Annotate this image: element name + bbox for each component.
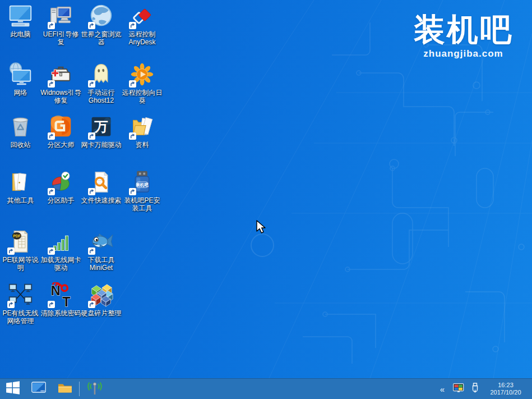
miniget-downloader-icon	[89, 229, 114, 254]
pe-network-manager-icon	[8, 282, 33, 308]
icon-label: 分区助手	[40, 196, 81, 204]
brand-subtitle: zhuangjiba.com	[414, 48, 513, 59]
desktop-icon-miniget[interactable]: 下载工具MiniGet	[81, 229, 122, 272]
icon-label: UEFI引导修复	[40, 30, 81, 46]
shortcut-arrow-icon	[88, 22, 95, 29]
desktop-icon-zhuangjiba-pe-installer[interactable]: 装机吧 装机吧PE安装工具	[122, 169, 163, 212]
shortcut-arrow-icon	[48, 80, 55, 88]
shortcut-arrow-icon	[129, 188, 136, 195]
desktop-icon-pe-network-manager[interactable]: PE有线无线网络管理	[0, 282, 41, 325]
partition-assistant-icon	[48, 169, 73, 195]
start-button[interactable]	[0, 379, 26, 399]
clock-date: 2017/10/20	[487, 389, 524, 396]
icon-label: 加载无线网卡驱动	[40, 256, 81, 272]
antenna-icon	[86, 380, 103, 397]
shortcut-arrow-icon	[88, 247, 95, 255]
network-icon	[8, 62, 33, 87]
documents-folder-icon	[129, 114, 155, 139]
desktop-icon-recycle-bin[interactable]: 回收站	[0, 114, 41, 149]
desktop-icon-disk-defrag[interactable]: 硬盘碎片整理	[81, 282, 122, 317]
shortcut-arrow-icon	[88, 301, 95, 308]
icon-label: 资料	[122, 141, 163, 149]
icon-label: 此电脑	[0, 30, 41, 38]
display-icon	[31, 382, 47, 396]
shortcut-arrow-icon	[48, 247, 55, 255]
mouse-cursor	[256, 220, 269, 235]
icon-label: 下载工具MiniGet	[81, 256, 122, 272]
svg-text:万: 万	[94, 119, 108, 134]
system-tray: « 16:23 201	[435, 379, 532, 399]
brand-logo: 装机吧 zhuangjiba.com	[414, 12, 513, 59]
icon-label: 装机吧PE安装工具	[122, 196, 163, 212]
icon-label: 硬盘碎片整理	[81, 309, 122, 317]
windows-logo-icon	[6, 380, 20, 397]
sunflower-remote-icon	[129, 62, 155, 87]
taskbar-left	[0, 379, 109, 399]
shortcut-arrow-icon	[48, 188, 55, 195]
shortcut-arrow-icon	[48, 22, 55, 29]
desktop-icon-uefi-boot-repair[interactable]: UEFI引导修复	[40, 3, 81, 46]
desktop-icon-ghost12[interactable]: 手动运行Ghost12	[81, 62, 122, 104]
icon-label: Widnows引导修复	[40, 89, 81, 104]
icon-label: 其他工具	[0, 196, 41, 204]
desktop-icon-clear-system-password[interactable]: N T 清除系统密码	[40, 282, 81, 317]
svg-text:装机吧: 装机吧	[135, 182, 149, 187]
desktop-icon-nic-universal-driver[interactable]: 万 网卡万能驱动	[81, 114, 122, 149]
desktop-icon-sunflower-remote[interactable]: 远程控制向日葵	[122, 62, 163, 104]
icon-label: 分区大师	[40, 141, 81, 149]
display-tool-button[interactable]	[26, 379, 52, 399]
anydesk-icon	[129, 3, 155, 29]
usb-eject-icon	[471, 383, 479, 396]
desktop-icon-network[interactable]: 网络	[0, 62, 41, 97]
windows-boot-repair-icon	[48, 62, 73, 87]
desktop-icon-pe-network-readme[interactable]: PDF PE联网等说明	[0, 229, 41, 272]
desktop-icon-other-tools[interactable]: 其他工具	[0, 169, 41, 204]
shortcut-arrow-icon	[129, 80, 136, 88]
taskbar: « 16:23 201	[0, 378, 532, 399]
desktop-icon-anydesk[interactable]: 远程控制AnyDesk	[122, 3, 163, 46]
nic-universal-driver-icon: 万	[89, 114, 114, 139]
pe-network-readme-icon: PDF	[8, 229, 33, 254]
tray-expand-button[interactable]: «	[435, 379, 450, 399]
icon-label: 远程控制向日葵	[122, 89, 163, 104]
icon-label: PE联网等说明	[0, 256, 41, 272]
wireless-tool-button[interactable]	[81, 379, 109, 399]
taskbar-separator	[79, 382, 80, 396]
shortcut-arrow-icon	[88, 132, 95, 140]
shortcut-arrow-icon	[48, 132, 55, 140]
display-color-icon	[453, 383, 464, 395]
icon-label: 文件快速搜索	[81, 196, 122, 204]
desktop-icon-file-quick-search[interactable]: 文件快速搜索	[81, 169, 122, 204]
tray-clock[interactable]: 16:23 2017/10/20	[483, 382, 529, 396]
icon-label: 手动运行Ghost12	[81, 89, 122, 104]
shortcut-arrow-icon	[48, 301, 55, 308]
desktop-icon-load-wireless-driver[interactable]: 加载无线网卡驱动	[40, 229, 81, 272]
icon-label: 网卡万能驱动	[81, 141, 122, 149]
desktop: 装机吧 zhuangjiba.com 此电脑	[0, 0, 532, 378]
desktop-icon-this-pc[interactable]: 此电脑	[0, 3, 41, 38]
icon-label: 网络	[0, 89, 41, 97]
desktop-icon-windows-boot-repair[interactable]: Widnows引导修复	[40, 62, 81, 104]
shortcut-arrow-icon	[129, 22, 136, 29]
display-settings-tray-button[interactable]	[450, 379, 468, 399]
file-explorer-button[interactable]	[52, 379, 78, 399]
clock-time: 16:23	[487, 382, 524, 389]
desktop-icon-partition-master[interactable]: 分区大师	[40, 114, 81, 149]
zhuangjiba-pe-installer-icon: 装机吧	[129, 169, 155, 195]
shortcut-arrow-icon	[88, 188, 95, 195]
svg-text:PDF: PDF	[13, 234, 20, 238]
icon-label: 回收站	[0, 141, 41, 149]
desktop-icon-partition-assistant[interactable]: 分区助手	[40, 169, 81, 204]
usb-eject-tray-button[interactable]	[468, 379, 483, 399]
file-quick-search-icon	[89, 169, 114, 195]
shortcut-arrow-icon	[7, 301, 15, 308]
brand-title: 装机吧	[414, 12, 513, 47]
icon-label: 清除系统密码	[40, 309, 81, 317]
svg-text:T: T	[62, 295, 71, 308]
disk-defrag-icon	[89, 282, 114, 308]
desktop-icon-documents-folder[interactable]: 资料	[122, 114, 163, 149]
desktop-icon-world-window-browser[interactable]: 世界之窗浏览器	[81, 3, 122, 46]
icon-label: 远程控制AnyDesk	[122, 30, 163, 46]
this-pc-icon	[8, 3, 33, 29]
icon-label: 世界之窗浏览器	[81, 30, 122, 46]
